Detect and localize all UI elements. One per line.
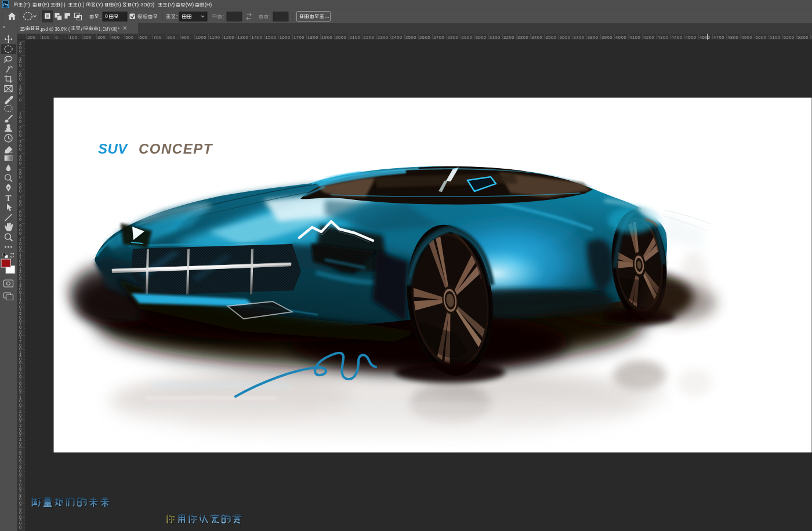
svg-text:(E): (E): [42, 2, 49, 8]
svg-text:200: 200: [84, 35, 92, 40]
svg-text:0: 0: [19, 49, 21, 54]
svg-text:SUV: SUV: [98, 141, 128, 157]
svg-text:(H): (H): [205, 2, 212, 8]
svg-text:3D(D): 3D(D): [140, 2, 154, 8]
svg-text:3200: 3200: [503, 35, 514, 40]
svg-text:(Y): (Y): [96, 2, 103, 8]
svg-text::: :: [269, 13, 270, 20]
svg-text::: :: [176, 13, 177, 20]
svg-text:(L): (L): [78, 2, 85, 8]
svg-text:(W): (W): [186, 2, 194, 8]
svg-text:0: 0: [19, 97, 21, 103]
svg-text:0: 0: [56, 35, 59, 40]
svg-text:500: 500: [125, 35, 133, 40]
svg-text:»: »: [3, 24, 6, 30]
svg-text:900: 900: [182, 35, 190, 40]
svg-text:1, CMYK/8) *: 1, CMYK/8) *: [99, 26, 119, 32]
svg-text:...: ...: [325, 13, 329, 19]
svg-text:400: 400: [111, 35, 119, 40]
svg-text:0: 0: [19, 133, 21, 138]
svg-text:0: 0: [105, 13, 108, 19]
svg-text:0: 0: [19, 119, 21, 124]
svg-text:0: 0: [19, 63, 21, 68]
svg-text:15: 15: [20, 26, 25, 32]
svg-text:0: 0: [19, 202, 21, 208]
svg-text:300: 300: [97, 35, 106, 40]
svg-text:1100: 1100: [209, 35, 220, 40]
svg-text:(F): (F): [23, 2, 30, 8]
svg-text:1400: 1400: [251, 35, 262, 40]
svg-text:600: 600: [139, 35, 147, 40]
svg-text:0: 0: [19, 188, 21, 194]
svg-text:100: 100: [41, 35, 49, 40]
svg-text:0: 0: [19, 161, 21, 166]
svg-text:CONCEPT: CONCEPT: [139, 141, 213, 157]
svg-text:T: T: [6, 194, 12, 203]
svg-text:(I): (I): [60, 2, 66, 8]
svg-text:0: 0: [19, 525, 21, 530]
svg-text::: :: [222, 13, 224, 20]
svg-text:700: 700: [154, 35, 162, 40]
svg-text:0: 0: [19, 231, 21, 236]
svg-text:0: 0: [19, 77, 21, 82]
svg-text:/: /: [81, 26, 83, 32]
svg-text:200: 200: [27, 35, 35, 40]
svg-text:0: 0: [19, 90, 21, 96]
svg-text:0: 0: [19, 217, 21, 222]
svg-text:100: 100: [70, 35, 78, 40]
svg-text:800: 800: [168, 35, 176, 40]
svg-text:(S): (S): [114, 2, 121, 8]
svg-text:(T): (T): [132, 2, 139, 8]
svg-text:.psd @ 36.6% (: .psd @ 36.6% (: [40, 26, 71, 32]
svg-text:0: 0: [19, 147, 21, 152]
svg-text:0: 0: [19, 174, 21, 180]
svg-text:Ps: Ps: [3, 2, 9, 8]
svg-text::: :: [100, 14, 102, 20]
svg-text:(V): (V): [168, 2, 175, 8]
